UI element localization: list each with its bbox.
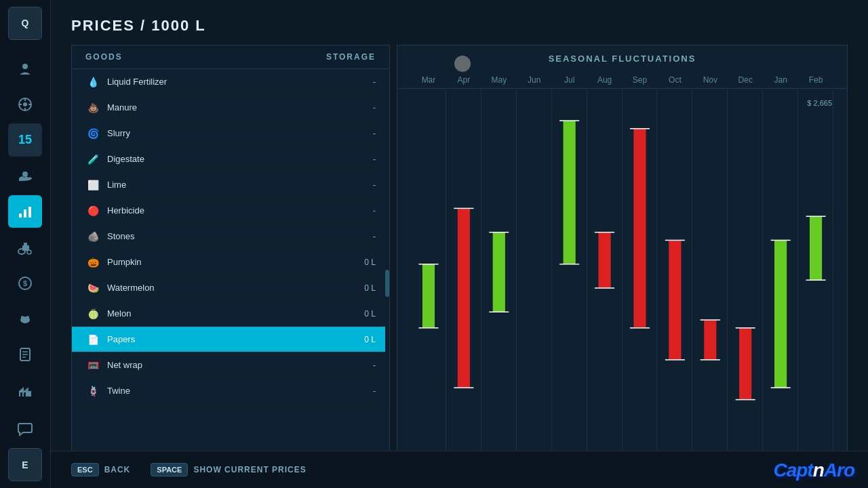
goods-row-stones[interactable]: 🪨 Stones - bbox=[72, 224, 389, 249]
goods-row-manure[interactable]: 💩 Manure - bbox=[72, 95, 389, 121]
svg-text:$: $ bbox=[23, 279, 27, 287]
esc-back-button[interactable]: ESC BACK bbox=[71, 463, 130, 476]
sidebar-wheel-icon[interactable] bbox=[8, 87, 42, 121]
scroll-indicator[interactable] bbox=[385, 69, 389, 404]
bar-month-5 bbox=[598, 232, 610, 288]
goods-name-10: Papers bbox=[107, 334, 364, 344]
goods-column-header: GOODS bbox=[85, 52, 123, 62]
goods-icon-3: 🧪 bbox=[85, 152, 100, 167]
goods-icon-11: 🥅 bbox=[85, 358, 100, 373]
goods-icon-12: 🪢 bbox=[85, 384, 100, 399]
month-label-may: May bbox=[481, 72, 517, 88]
bar-month-10 bbox=[774, 240, 787, 388]
goods-icon-4: ⬜ bbox=[85, 178, 100, 192]
goods-name-4: Lime bbox=[107, 180, 373, 190]
goods-storage-0: - bbox=[373, 77, 376, 87]
goods-row-lime[interactable]: ⬜ Lime - bbox=[72, 172, 389, 198]
content-area: GOODS STORAGE 💧 Liquid Fertilizer - 💩 Ma… bbox=[51, 45, 868, 488]
goods-icon-1: 💩 bbox=[85, 100, 100, 115]
space-prices-button[interactable]: SPACE SHOW CURRENT PRICES bbox=[151, 463, 306, 476]
month-label-sep: Sep bbox=[623, 72, 658, 88]
goods-icon-0: 💧 bbox=[85, 75, 100, 89]
svg-rect-8 bbox=[19, 214, 22, 218]
goods-name-8: Watermelon bbox=[107, 283, 364, 293]
goods-row-net-wrap[interactable]: 🥅 Net wrap - bbox=[72, 352, 389, 378]
bar-month-0 bbox=[422, 264, 435, 328]
goods-row-herbicide[interactable]: 🔴 Herbicide - bbox=[72, 198, 389, 224]
esc-key: ESC bbox=[71, 463, 99, 476]
svg-point-0 bbox=[22, 64, 28, 69]
goods-icon-2: 🌀 bbox=[85, 126, 100, 141]
bar-month-11 bbox=[810, 216, 822, 280]
goods-row-pumpkin[interactable]: 🎃 Pumpkin 0 L bbox=[72, 249, 389, 275]
goods-row-slurry[interactable]: 🌀 Slurry - bbox=[72, 121, 389, 146]
storage-column-header: STORAGE bbox=[326, 52, 376, 62]
goods-icon-7: 🎃 bbox=[85, 255, 100, 270]
month-label-dec: Dec bbox=[728, 72, 763, 88]
goods-name-5: Herbicide bbox=[107, 205, 373, 216]
goods-storage-2: - bbox=[373, 129, 376, 138]
svg-point-7 bbox=[22, 171, 28, 177]
page-title: PRICES / 1000 L bbox=[51, 0, 868, 45]
svg-marker-26 bbox=[24, 387, 28, 391]
bars-chart bbox=[411, 89, 833, 487]
month-label-apr: Apr bbox=[446, 72, 481, 88]
goods-storage-7: 0 L bbox=[364, 258, 376, 267]
space-key: SPACE bbox=[151, 463, 188, 476]
goods-storage-6: - bbox=[373, 232, 376, 241]
bar-month-1 bbox=[458, 208, 470, 388]
show-prices-label: SHOW CURRENT PRICES bbox=[193, 465, 306, 474]
goods-icon-9: 🍈 bbox=[85, 306, 100, 321]
goods-name-1: Manure bbox=[107, 102, 373, 113]
goods-icon-6: 🪨 bbox=[85, 229, 100, 244]
goods-storage-11: - bbox=[373, 361, 376, 370]
goods-row-melon[interactable]: 🍈 Melon 0 L bbox=[72, 301, 389, 327]
goods-name-12: Twine bbox=[107, 386, 373, 396]
sidebar-calendar-icon[interactable]: 15 bbox=[8, 123, 42, 157]
sidebar: Q 15 $ E bbox=[0, 0, 51, 488]
goods-icon-8: 🍉 bbox=[85, 281, 100, 296]
goods-row-watermelon[interactable]: 🍉 Watermelon 0 L bbox=[72, 275, 389, 301]
main-content: PRICES / 1000 L GOODS STORAGE 💧 Liquid F… bbox=[51, 0, 868, 488]
svg-rect-28 bbox=[24, 392, 26, 396]
sidebar-chart-icon[interactable] bbox=[8, 195, 42, 228]
goods-row-twine[interactable]: 🪢 Twine - bbox=[72, 378, 389, 404]
goods-name-7: Pumpkin bbox=[107, 257, 364, 267]
sidebar-tractor-icon[interactable] bbox=[8, 230, 42, 264]
footer: ESC BACK SPACE SHOW CURRENT PRICES Captn… bbox=[51, 451, 868, 488]
goods-row-liquid-fertilizer[interactable]: 💧 Liquid Fertilizer - bbox=[72, 69, 389, 95]
sidebar-contracts-icon[interactable] bbox=[8, 338, 42, 371]
bar-month-6 bbox=[633, 129, 646, 328]
sidebar-player-icon[interactable] bbox=[8, 52, 42, 85]
goods-name-0: Liquid Fertilizer bbox=[107, 77, 373, 87]
goods-name-11: Net wrap bbox=[107, 360, 373, 370]
month-label-jun: Jun bbox=[517, 72, 552, 88]
svg-point-19 bbox=[26, 316, 29, 319]
goods-storage-8: 0 L bbox=[364, 283, 376, 293]
sidebar-money-icon[interactable]: $ bbox=[8, 266, 42, 300]
month-label-mar: Mar bbox=[411, 72, 446, 88]
month-label-aug: Aug bbox=[587, 72, 623, 88]
svg-rect-10 bbox=[28, 207, 31, 218]
sidebar-e-key[interactable]: E bbox=[8, 448, 42, 481]
bar-month-7 bbox=[669, 240, 681, 359]
sidebar-animal-icon[interactable] bbox=[8, 302, 42, 336]
sidebar-factory-icon[interactable] bbox=[8, 374, 42, 407]
bar-month-4 bbox=[564, 121, 576, 264]
svg-marker-25 bbox=[19, 387, 24, 391]
goods-row-digestate[interactable]: 🧪 Digestate - bbox=[72, 146, 389, 172]
chart-area: SEASONAL FLUCTUATIONS MarAprMayJunJulAug… bbox=[397, 45, 848, 488]
sidebar-q-key[interactable]: Q bbox=[8, 7, 42, 40]
goods-scroll: 💧 Liquid Fertilizer - 💩 Manure - 🌀 Slurr… bbox=[72, 69, 389, 404]
svg-point-2 bbox=[23, 102, 27, 106]
sidebar-chat-icon[interactable] bbox=[8, 412, 42, 445]
svg-point-18 bbox=[21, 316, 24, 319]
goods-storage-9: 0 L bbox=[364, 309, 376, 319]
month-label-nov: Nov bbox=[692, 72, 728, 88]
sidebar-weather-icon[interactable] bbox=[8, 159, 42, 192]
goods-row-papers[interactable]: 📄 Papers 0 L bbox=[72, 327, 389, 352]
goods-name-9: Melon bbox=[107, 308, 364, 319]
svg-rect-13 bbox=[22, 245, 29, 251]
month-label-jul: Jul bbox=[552, 72, 587, 88]
goods-name-2: Slurry bbox=[107, 128, 373, 138]
